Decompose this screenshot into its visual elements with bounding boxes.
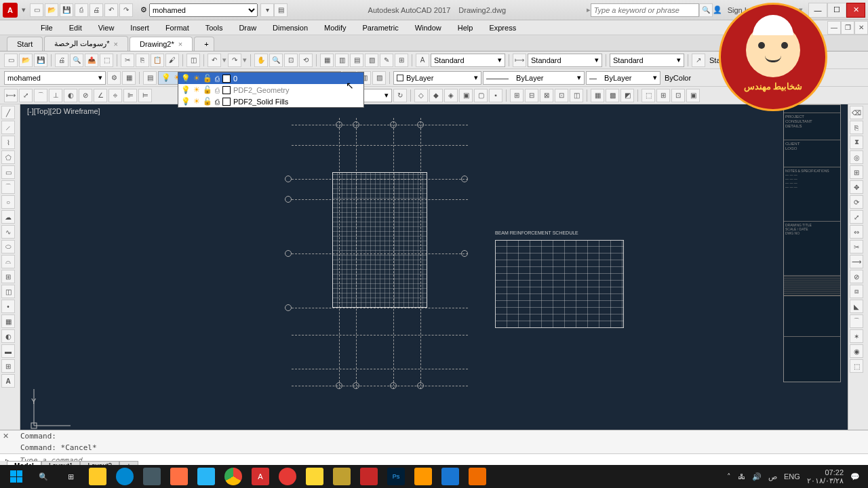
edge-icon[interactable] [111,466,138,487]
ref-3-icon[interactable]: ⊡ [671,89,685,102]
constr-4-icon[interactable]: ⊡ [555,89,568,102]
mirror-icon[interactable]: ⧗ [850,136,863,149]
spline-icon[interactable]: ∿ [1,225,15,239]
nav-cube-icon[interactable]: ⬚ [850,359,863,373]
zoom-rt-icon[interactable]: 🔍 [269,54,283,67]
help-search-input[interactable] [591,3,699,17]
open-icon[interactable]: 📂 [19,54,33,67]
color-dropdown[interactable]: ByLayer▾ [393,71,481,85]
insert-icon[interactable]: ⊞ [1,270,15,283]
doc-close-button[interactable]: ✕ [854,21,868,35]
dim-radius-icon[interactable]: ◐ [64,89,77,102]
dim-arc-icon[interactable]: ⌒ [34,89,47,102]
region-icon[interactable]: ▬ [1,344,15,358]
qat-menu-icon[interactable]: ▤ [274,3,288,17]
modify-2-icon[interactable]: ◆ [429,89,443,102]
mtext-icon[interactable]: A [1,374,15,388]
layer-option-1[interactable]: 💡☀🔓⎙ PDF2_Geometry [178,84,363,96]
ws-settings-icon[interactable]: ⚙ [107,71,121,85]
modify-1-icon[interactable]: ◇ [414,89,428,102]
break-icon[interactable]: ⊘ [850,270,863,283]
constr-1-icon[interactable]: ⊞ [510,89,524,102]
drawing-canvas[interactable]: [-][Top][2D Wireframe] [20,104,848,439]
ref-2-icon[interactable]: ⊞ [656,89,670,102]
search-taskbar-icon[interactable]: 🔍 [30,466,57,487]
rect-icon[interactable]: ▭ [1,165,15,179]
menu-file[interactable]: File [34,22,60,33]
tray-up-icon[interactable]: ˄ [727,472,731,481]
lineweight-dropdown[interactable]: — ByLayer▾ [586,71,660,85]
undo-icon[interactable]: ↶ [208,54,221,67]
viewport-label[interactable]: [-][Top][2D Wireframe] [27,107,100,115]
plot-icon[interactable]: 🖨 [55,54,68,67]
dim-quick-icon[interactable]: ⎆ [108,89,122,102]
vp-1-icon[interactable]: ▦ [591,89,604,102]
menu-insert[interactable]: Insert [123,22,156,33]
minimize-button[interactable]: — [808,3,827,18]
dim-style-dropdown[interactable]: Standard▾ [528,54,602,67]
redo-icon[interactable]: ↷ [119,3,133,17]
system-tray[interactable]: ˄ 🖧 🔊 ص ENG 07:22 ٢٠١٨/٠٣/٢٨ 💬 [727,468,865,485]
chamfer-icon[interactable]: ◣ [850,300,863,313]
explode-icon[interactable]: ✶ [850,329,863,343]
store-icon[interactable] [138,466,165,487]
text-style-dropdown[interactable]: Standard▾ [431,54,505,67]
camtasia-icon[interactable] [464,466,491,487]
ref-1-icon[interactable]: ⬚ [642,89,655,102]
dim-aligned-icon[interactable]: ⤢ [19,89,33,102]
photoshop-icon[interactable]: Ps [382,466,410,487]
app-pdf-icon[interactable] [355,466,382,487]
menu-tools[interactable]: Tools [199,22,230,33]
3ddwf-icon[interactable]: ⬚ [100,54,113,67]
ref-4-icon[interactable]: ▣ [686,89,700,102]
cut-icon[interactable]: ✂ [121,54,134,67]
tab-drawing-1[interactable]: رسومات الرخصة*× [44,36,128,51]
dim-angular-icon[interactable]: ∠ [94,89,107,102]
workspace-dropdown[interactable]: ⚙ mohamed [138,3,258,17]
constr-2-icon[interactable]: ⊟ [525,89,538,102]
publish-icon[interactable]: 📤 [85,54,98,67]
app-box-icon[interactable] [410,466,437,487]
tab-drawing-2[interactable]: Drawing2*× [130,37,193,51]
tray-lang2[interactable]: ENG [784,472,800,481]
close-icon[interactable]: × [114,40,118,48]
tab-start[interactable]: Start [7,37,43,51]
dim-style-icon[interactable]: ⟼ [513,54,526,67]
line-icon[interactable]: ╱ [1,106,15,119]
tray-clock[interactable]: 07:22 ٢٠١٨/٠٣/٢٨ [807,468,844,485]
undo-icon[interactable]: ↶ [104,3,118,17]
trim-icon[interactable]: ✂ [850,240,863,253]
doc-minimize-button[interactable]: — [827,21,841,35]
new-icon[interactable]: ▭ [4,54,18,67]
save-icon[interactable]: 💾 [34,54,47,67]
dim-linear-icon[interactable]: ⟼ [4,89,18,102]
app-gold-icon[interactable] [328,466,355,487]
dim-ordinate-icon[interactable]: ⊥ [49,89,62,102]
chrome-icon[interactable] [220,466,247,487]
menu-dimension[interactable]: Dimension [266,22,315,33]
modify-6-icon[interactable]: ▪ [489,89,502,102]
point-icon[interactable]: • [1,300,15,313]
preview-icon[interactable]: 🔍 [70,54,83,67]
ws-save-icon[interactable]: ▦ [122,71,136,85]
block-icon[interactable]: ◫ [186,54,200,67]
menu-view[interactable]: View [92,22,121,33]
menu-format[interactable]: Format [159,22,196,33]
a360-icon[interactable]: 👤 [713,5,722,14]
scale-icon[interactable]: ⤢ [850,210,863,224]
qcalc-icon[interactable]: ⊞ [395,54,408,67]
props-icon[interactable]: ▦ [320,54,334,67]
maximize-button[interactable]: ☐ [827,3,846,18]
tray-notif-icon[interactable]: 💬 [850,472,860,481]
redo-icon[interactable]: ↷ [228,54,241,67]
vp-3-icon[interactable]: ◩ [620,89,634,102]
search-icon[interactable]: 🔍 [699,3,713,17]
pan-icon[interactable]: ✋ [254,54,268,67]
gradient-icon[interactable]: ◐ [1,329,15,343]
menu-draw[interactable]: Draw [232,22,263,33]
nav-wheel-icon[interactable]: ◉ [850,344,863,358]
layer-option-0[interactable]: 💡☀🔓⎙ 0 [178,73,363,84]
copy-obj-icon[interactable]: ⎘ [850,121,863,134]
close-button[interactable]: ✕ [846,3,865,18]
tpalette-icon[interactable]: ▤ [350,54,363,67]
